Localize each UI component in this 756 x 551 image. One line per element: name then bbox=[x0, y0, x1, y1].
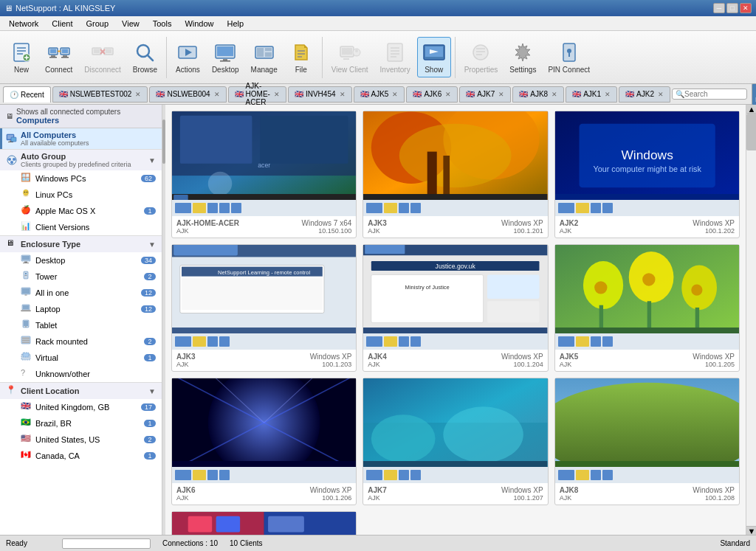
tab-invh454[interactable]: 🇬🇧 INVH454 ✕ bbox=[288, 86, 352, 103]
tab-ajk2[interactable]: 🇬🇧 AJK2 ✕ bbox=[619, 86, 670, 103]
thumb-name-4: AJK4 bbox=[368, 353, 387, 361]
sidebar-canada[interactable]: 🇨🇦 Canada, CA 1 bbox=[0, 448, 162, 464]
thumbnail-ajk2-202[interactable]: Windows Your computer might be at risk A… bbox=[554, 111, 740, 238]
tab-close-1[interactable]: ✕ bbox=[214, 91, 220, 98]
sidebar-tower[interactable]: Tower 2 bbox=[0, 268, 162, 285]
menu-view[interactable]: View bbox=[116, 18, 145, 30]
sidebar-uk[interactable]: 🇬🇧 United Kingdom, GB 17 bbox=[0, 399, 162, 415]
tab-close-7[interactable]: ✕ bbox=[551, 91, 557, 98]
new-button[interactable]: New bbox=[4, 37, 38, 77]
search-input[interactable] bbox=[684, 90, 743, 98]
tab-ajk7[interactable]: 🇬🇧 AJK7 ✕ bbox=[459, 86, 511, 103]
sidebar-tablet[interactable]: Tablet bbox=[0, 317, 162, 333]
sidebar-client-versions[interactable]: 📊 Client Versions bbox=[0, 219, 162, 235]
tab-ajk-home-acer[interactable]: 🇬🇧 AJK-HOME-ACER ✕ bbox=[228, 86, 286, 103]
tab-ajk1[interactable]: 🇬🇧 AJK1 ✕ bbox=[566, 86, 617, 103]
minimize-button[interactable]: ─ bbox=[713, 3, 725, 13]
tab-close-0[interactable]: ✕ bbox=[135, 91, 141, 98]
sidebar-desktop[interactable]: Desktop 34 bbox=[0, 252, 162, 268]
toolbar: New Connect Disconnect Browse Actions De… bbox=[0, 31, 756, 84]
menu-window[interactable]: Window bbox=[179, 18, 219, 30]
thumbnail-ajk7-207[interactable]: AJK7 Windows XP AJK 100.1.207 bbox=[362, 378, 548, 505]
scroll-up-button[interactable]: ▲ bbox=[746, 105, 756, 114]
menu-network[interactable]: Network bbox=[3, 18, 44, 30]
show-button[interactable]: Show bbox=[417, 37, 451, 77]
menu-group[interactable]: Group bbox=[80, 18, 114, 30]
sidebar-laptop[interactable]: Laptop 12 bbox=[0, 301, 162, 317]
sidebar-virtual[interactable]: Virtual 1 bbox=[0, 350, 162, 366]
tab-close-9[interactable]: ✕ bbox=[658, 91, 664, 98]
pin-connect-button[interactable]: PIN Connect bbox=[543, 37, 595, 77]
properties-button[interactable]: Properties bbox=[459, 37, 504, 77]
tab-close-4[interactable]: ✕ bbox=[392, 91, 398, 98]
thumbnail-ajk5-205[interactable]: AJK5 Windows XP AJK 100.1.205 bbox=[554, 244, 740, 372]
sidebar-linux-pcs[interactable]: Linux PCs bbox=[0, 187, 162, 203]
tab-recent[interactable]: 🕐 Recent bbox=[3, 86, 51, 103]
tab-label-6: AJK7 bbox=[477, 90, 495, 98]
desktop-icon bbox=[213, 41, 237, 64]
svg-point-69 bbox=[10, 161, 13, 164]
thumb-meta2-0: AJK 10.150.100 bbox=[176, 227, 351, 235]
tab-nslwebtest002[interactable]: 🇬🇧 NSLWEBTEST002 ✕ bbox=[52, 86, 148, 103]
screen-ajk3-201 bbox=[363, 111, 547, 200]
browse-button[interactable]: Browse bbox=[128, 37, 162, 77]
sidebar-scrollbar[interactable] bbox=[162, 105, 165, 535]
tab-close-2[interactable]: ✕ bbox=[274, 91, 280, 98]
svg-text:Windows: Windows bbox=[621, 148, 673, 162]
file-button[interactable]: File bbox=[284, 37, 318, 77]
thumbnail-ajk3-201[interactable]: AJK3 Windows XP AJK 100.1.201 bbox=[362, 111, 548, 238]
new-label: New bbox=[14, 66, 29, 74]
desktop-button[interactable]: Desktop bbox=[207, 37, 244, 77]
tab-close-6[interactable]: ✕ bbox=[498, 91, 504, 98]
thumbnail-ajk4-204[interactable]: Justice.gov.uk Ministry of Justice bbox=[362, 244, 548, 372]
tab-close-5[interactable]: ✕ bbox=[445, 91, 451, 98]
svg-point-106 bbox=[399, 124, 512, 188]
location-icon: 📍 bbox=[6, 385, 18, 397]
inventory-button[interactable]: Inventory bbox=[375, 37, 416, 77]
close-button[interactable]: ✕ bbox=[740, 3, 752, 13]
search-box[interactable]: 🔍 bbox=[672, 89, 747, 100]
menu-help[interactable]: Help bbox=[221, 18, 250, 30]
sidebar-us[interactable]: 🇺🇸 United States, US 2 bbox=[0, 432, 162, 448]
tab-ajk8[interactable]: 🇬🇧 AJK8 ✕ bbox=[512, 86, 564, 103]
tab-ajk5[interactable]: 🇬🇧 AJK5 ✕ bbox=[354, 86, 405, 103]
menu-client[interactable]: Client bbox=[46, 18, 78, 30]
tab-close-3[interactable]: ✕ bbox=[340, 91, 346, 98]
thumbnail-invh454[interactable]: INVH454 Windows 8 x64 bbox=[171, 511, 357, 535]
sidebar-mac-osx[interactable]: 🍎 Apple Mac OS X 1 bbox=[0, 203, 162, 219]
thumb-btn-0d bbox=[219, 203, 230, 213]
sidebar-auto-group[interactable]: Auto Group Clients grouped by predefined… bbox=[0, 149, 162, 170]
content-scrollbar[interactable]: ▲ ▼ bbox=[746, 105, 756, 535]
thumbnail-ajk8-208[interactable]: AJK8 Windows XP AJK 100.1.208 bbox=[554, 378, 740, 505]
menu-tools[interactable]: Tools bbox=[147, 18, 178, 30]
connect-button[interactable]: Connect bbox=[40, 37, 78, 77]
sidebar-all-in-one[interactable]: All in one 12 bbox=[0, 285, 162, 301]
view-client-button[interactable]: View Client bbox=[326, 37, 374, 77]
sidebar-windows-pcs[interactable]: 🪟 Windows PCs 62 bbox=[0, 170, 162, 187]
svg-rect-121 bbox=[182, 278, 323, 310]
maximize-button[interactable]: □ bbox=[726, 3, 738, 13]
tab-close-8[interactable]: ✕ bbox=[605, 91, 611, 98]
scroll-down-button[interactable]: ▼ bbox=[746, 526, 756, 535]
tab-ajk6[interactable]: 🇬🇧 AJK6 ✕ bbox=[406, 86, 458, 103]
title-bar-left: 🖥 NetSupport : AL KINGSLEY bbox=[4, 4, 115, 13]
disconnect-button[interactable]: Disconnect bbox=[79, 37, 126, 77]
thumbnail-ajk-home-acer[interactable]: acer AJK-HOME-ACER Windows 7 x64 bbox=[171, 111, 357, 238]
sidebar-brazil[interactable]: 🇧🇷 Brazil, BR 1 bbox=[0, 415, 162, 432]
settings-button[interactable]: Settings bbox=[504, 37, 541, 77]
desktop-label2: Desktop bbox=[35, 256, 138, 265]
sidebar-all-computers[interactable]: All Computers All available computers bbox=[0, 128, 162, 149]
thumbnail-ajk6-206[interactable]: AJK6 Windows XP AJK 100.1.206 bbox=[171, 378, 357, 505]
manage-button[interactable]: Manage bbox=[246, 37, 283, 77]
sidebar-rack-mounted[interactable]: Rack mounted 2 bbox=[0, 333, 162, 350]
sidebar-location-group[interactable]: 📍 Client Location ▼ bbox=[0, 382, 162, 399]
tabs-bar: 🕐 Recent 🇬🇧 NSLWEBTEST002 ✕ 🇬🇧 NSLWEB004… bbox=[0, 84, 756, 105]
sidebar-unknown[interactable]: ? Unknown/other bbox=[0, 366, 162, 382]
sidebar-enclosure-group[interactable]: 🖥 Enclosure Type ▼ bbox=[0, 235, 162, 252]
display-button[interactable]: Display bbox=[752, 83, 756, 105]
tab-nslweb004[interactable]: 🇬🇧 NSLWEB004 ✕ bbox=[149, 86, 226, 103]
thumbnail-ajk3-203[interactable]: NetSupport Learning - remote control AJK… bbox=[171, 244, 357, 372]
thumb-btn-0b bbox=[193, 203, 206, 213]
thumb-ip-6: 100.1.206 bbox=[322, 494, 351, 502]
actions-button[interactable]: Actions bbox=[171, 37, 205, 77]
